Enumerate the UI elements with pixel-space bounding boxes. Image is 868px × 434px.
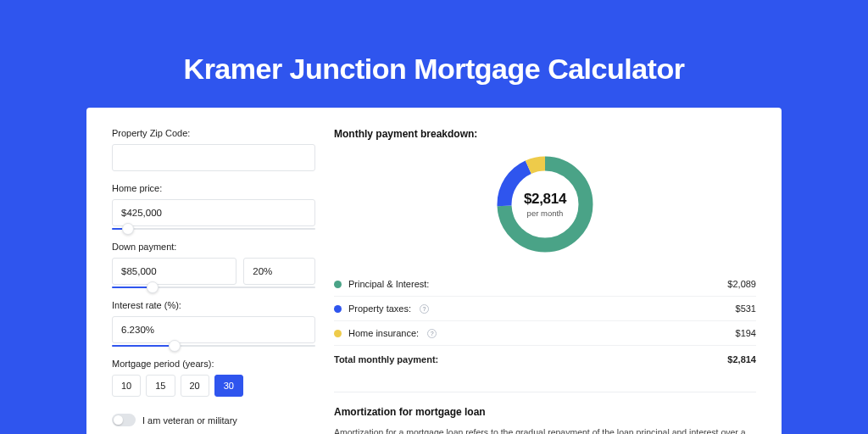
breakdown-row-label: Principal & Interest:	[348, 279, 429, 289]
down-payment-slider[interactable]	[112, 287, 315, 288]
legend-dot	[334, 281, 342, 288]
interest-rate-field: Interest rate (%):	[112, 300, 315, 347]
breakdown-line-items: Principal & Interest:$2,089Property taxe…	[334, 272, 756, 346]
amortization-title: Amortization for mortgage loan	[334, 406, 756, 418]
down-payment-field: Down payment:	[112, 242, 315, 288]
zip-field: Property Zip Code:	[112, 128, 315, 171]
down-payment-amount-input[interactable]	[112, 258, 236, 285]
breakdown-row: Principal & Interest:$2,089	[334, 272, 756, 297]
amortization-section: Amortization for mortgage loan Amortizat…	[334, 392, 756, 434]
legend-dot	[334, 305, 342, 313]
amortization-body: Amortization for a mortgage loan refers …	[334, 426, 756, 434]
breakdown-row-label: Home insurance:	[348, 328, 419, 338]
breakdown-title: Monthly payment breakdown:	[334, 128, 756, 140]
interest-rate-slider-fill	[112, 345, 175, 347]
breakdown-row-label: Property taxes:	[348, 303, 411, 314]
home-price-field: Home price:	[112, 183, 315, 230]
home-price-label: Home price:	[112, 183, 315, 193]
veteran-toggle-label: I am veteran or military	[142, 415, 237, 426]
home-price-slider-thumb[interactable]	[122, 223, 134, 235]
interest-rate-input[interactable]	[112, 316, 315, 343]
page-title: Kramer Junction Mortgage Calculator	[0, 0, 868, 108]
donut-center: $2,814 per month	[492, 152, 598, 257]
mortgage-period-field: Mortgage period (years): 10152030	[112, 359, 315, 397]
info-icon[interactable]: ?	[420, 304, 429, 314]
mortgage-period-option-20[interactable]: 20	[181, 375, 209, 397]
interest-rate-slider-thumb[interactable]	[169, 340, 181, 352]
breakdown-row: Home insurance:?$194	[334, 321, 756, 346]
down-payment-slider-thumb[interactable]	[147, 281, 159, 293]
donut-chart-wrap: $2,814 per month	[334, 152, 756, 257]
breakdown-row-value: $194	[736, 328, 756, 338]
donut-center-amount: $2,814	[524, 191, 566, 208]
breakdown-row: Property taxes:?$531	[334, 297, 756, 321]
zip-label: Property Zip Code:	[112, 128, 315, 138]
mortgage-period-option-10[interactable]: 10	[112, 375, 141, 397]
breakdown-total-label: Total monthly payment:	[334, 354, 438, 364]
breakdown-total-value: $2,814	[727, 354, 756, 364]
inputs-column: Property Zip Code: Home price: Down paym…	[112, 128, 315, 434]
mortgage-period-option-30[interactable]: 30	[214, 375, 243, 397]
mortgage-period-options: 10152030	[112, 375, 315, 397]
legend-dot	[334, 330, 342, 337]
info-icon[interactable]: ?	[427, 329, 437, 338]
down-payment-label: Down payment:	[112, 242, 315, 252]
calculator-card: Property Zip Code: Home price: Down paym…	[86, 108, 782, 434]
interest-rate-slider[interactable]	[112, 345, 315, 347]
breakdown-column: Monthly payment breakdown: $2,814 per mo…	[334, 128, 756, 434]
down-payment-pct-input[interactable]	[243, 258, 315, 285]
mortgage-period-option-15[interactable]: 15	[146, 375, 175, 397]
home-price-input[interactable]	[112, 199, 315, 226]
zip-input[interactable]	[112, 144, 315, 171]
breakdown-row-value: $2,089	[727, 279, 756, 289]
mortgage-period-label: Mortgage period (years):	[112, 359, 315, 369]
home-price-slider[interactable]	[112, 228, 315, 230]
veteran-toggle-row: I am veteran or military	[112, 414, 315, 426]
interest-rate-label: Interest rate (%):	[112, 300, 315, 310]
breakdown-total-row: Total monthly payment: $2,814	[334, 346, 756, 371]
veteran-toggle[interactable]	[112, 414, 136, 426]
donut-chart: $2,814 per month	[492, 152, 598, 257]
donut-center-sub: per month	[527, 209, 564, 218]
breakdown-row-value: $531	[736, 303, 756, 314]
